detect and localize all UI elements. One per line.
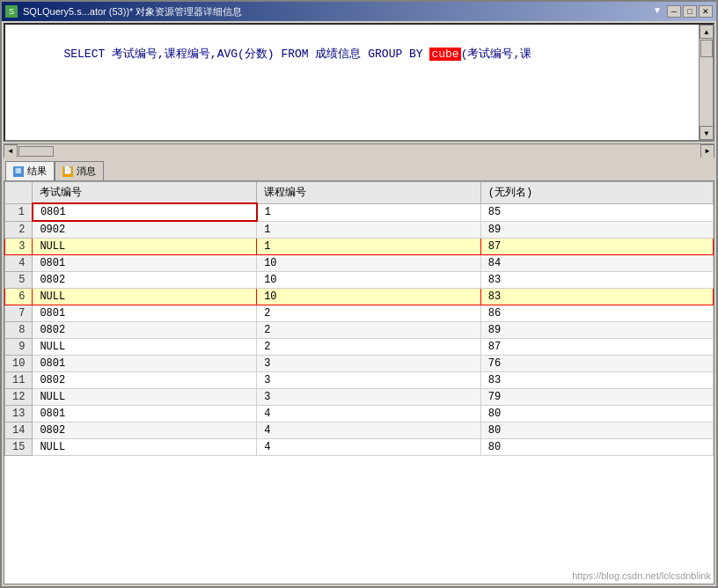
cell-rownum: 4 bbox=[5, 255, 33, 272]
scroll-left-btn[interactable]: ◄ bbox=[4, 144, 18, 158]
cell-exam-id: 0802 bbox=[33, 423, 257, 439]
scroll-track-h bbox=[18, 145, 700, 158]
app-icon: S bbox=[5, 5, 18, 18]
sql-cube-highlight: cube bbox=[429, 48, 460, 61]
cell-course-id: 1 bbox=[257, 203, 481, 221]
table-row: 130801480 bbox=[5, 406, 714, 423]
tab-results[interactable]: ▦ 结果 bbox=[5, 161, 55, 180]
title-bar-buttons: ▼ ─ □ ✕ bbox=[649, 5, 713, 18]
col-header-no-name: (无列名) bbox=[480, 182, 713, 204]
cell-avg-score: 89 bbox=[480, 322, 713, 339]
cell-course-id: 4 bbox=[257, 423, 481, 439]
cell-course-id: 10 bbox=[257, 272, 481, 289]
pin-button[interactable]: ▼ bbox=[649, 5, 665, 18]
table-scroll-area[interactable]: 考试编号 课程编号 (无列名) 10801185209021893NULL187… bbox=[4, 181, 714, 584]
title-bar-left: S SQLQuery5.s...ator (53))* 对象资源管理器详细信息 bbox=[5, 5, 242, 18]
main-window: S SQLQuery5.s...ator (53))* 对象资源管理器详细信息 … bbox=[0, 0, 718, 588]
cell-rownum: 10 bbox=[5, 356, 33, 372]
table-header-row: 考试编号 课程编号 (无列名) bbox=[5, 182, 714, 204]
editor-horizontal-scrollbar[interactable]: ◄ ► bbox=[4, 143, 714, 158]
sql-editor-content[interactable]: SELECT 考试编号,课程编号,AVG(分数) FROM 成绩信息 GROUP… bbox=[5, 25, 713, 84]
cell-rownum: 3 bbox=[5, 239, 33, 255]
cell-course-id: 2 bbox=[257, 339, 481, 356]
cell-course-id: 3 bbox=[257, 389, 481, 406]
sql-text-after: (考试编号,课 bbox=[461, 48, 532, 61]
cell-avg-score: 80 bbox=[480, 406, 713, 423]
close-button[interactable]: ✕ bbox=[699, 5, 713, 18]
tab-messages-label: 消息 bbox=[77, 165, 96, 178]
cell-avg-score: 83 bbox=[480, 289, 713, 305]
cell-avg-score: 87 bbox=[480, 339, 713, 356]
results-icon: ▦ bbox=[13, 166, 24, 177]
cell-avg-score: 85 bbox=[480, 203, 713, 221]
messages-icon: 📄 bbox=[62, 166, 73, 177]
scroll-down-btn[interactable]: ▼ bbox=[700, 126, 713, 140]
cell-rownum: 7 bbox=[5, 305, 33, 322]
cell-avg-score: 80 bbox=[480, 423, 713, 439]
cell-exam-id: NULL bbox=[33, 289, 257, 305]
cell-avg-score: 76 bbox=[480, 356, 713, 372]
cell-avg-score: 83 bbox=[480, 372, 713, 389]
cell-exam-id: 0802 bbox=[33, 372, 257, 389]
results-table-container: 考试编号 课程编号 (无列名) 10801185209021893NULL187… bbox=[4, 180, 714, 584]
scroll-track-v bbox=[700, 39, 713, 126]
cell-exam-id: NULL bbox=[33, 239, 257, 255]
col-header-course-id: 课程编号 bbox=[257, 182, 481, 204]
cell-rownum: 9 bbox=[5, 339, 33, 356]
tab-results-label: 结果 bbox=[27, 165, 47, 178]
cell-rownum: 12 bbox=[5, 389, 33, 406]
cell-exam-id: NULL bbox=[33, 389, 257, 406]
editor-vertical-scrollbar[interactable]: ▲ ▼ bbox=[699, 25, 713, 140]
scroll-up-btn[interactable]: ▲ bbox=[700, 25, 713, 39]
cell-rownum: 15 bbox=[5, 439, 33, 456]
table-row: 508021083 bbox=[5, 272, 714, 289]
scroll-right-btn[interactable]: ► bbox=[700, 144, 714, 158]
cell-course-id: 4 bbox=[257, 439, 481, 456]
cell-course-id: 1 bbox=[257, 221, 481, 239]
table-row: 110802383 bbox=[5, 372, 714, 389]
cell-exam-id: 0801 bbox=[33, 305, 257, 322]
cell-exam-id: 0802 bbox=[33, 272, 257, 289]
scroll-thumb-v[interactable] bbox=[700, 40, 713, 57]
table-row: 9NULL287 bbox=[5, 339, 714, 356]
cell-rownum: 11 bbox=[5, 372, 33, 389]
minimize-button[interactable]: ─ bbox=[667, 5, 681, 18]
table-row: 20902189 bbox=[5, 221, 714, 239]
cell-exam-id: 0801 bbox=[33, 406, 257, 423]
tab-messages[interactable]: 📄 消息 bbox=[55, 161, 104, 180]
cell-avg-score: 84 bbox=[480, 255, 713, 272]
title-bar: S SQLQuery5.s...ator (53))* 对象资源管理器详细信息 … bbox=[2, 2, 716, 21]
table-row: 12NULL379 bbox=[5, 389, 714, 406]
col-header-rownum bbox=[5, 182, 33, 204]
cell-avg-score: 86 bbox=[480, 305, 713, 322]
cell-rownum: 13 bbox=[5, 406, 33, 423]
table-row: 100801376 bbox=[5, 356, 714, 372]
cell-course-id: 3 bbox=[257, 372, 481, 389]
cell-exam-id: 0802 bbox=[33, 322, 257, 339]
table-row: 15NULL480 bbox=[5, 439, 714, 456]
cell-avg-score: 89 bbox=[480, 221, 713, 239]
cell-exam-id: 0801 bbox=[33, 356, 257, 372]
cell-rownum: 14 bbox=[5, 423, 33, 439]
cell-rownum: 2 bbox=[5, 221, 33, 239]
cell-exam-id: NULL bbox=[33, 339, 257, 356]
cell-course-id: 10 bbox=[257, 289, 481, 305]
cell-avg-score: 87 bbox=[480, 239, 713, 255]
scroll-thumb-h[interactable] bbox=[18, 146, 54, 157]
table-row: 80802289 bbox=[5, 322, 714, 339]
cell-avg-score: 79 bbox=[480, 389, 713, 406]
table-row: 70801286 bbox=[5, 305, 714, 322]
table-body: 10801185209021893NULL1874080110845080210… bbox=[5, 203, 714, 456]
cell-rownum: 8 bbox=[5, 322, 33, 339]
cell-exam-id: 0801 bbox=[33, 255, 257, 272]
cell-rownum: 6 bbox=[5, 289, 33, 305]
table-row: 10801185 bbox=[5, 203, 714, 221]
cell-rownum: 5 bbox=[5, 272, 33, 289]
cell-exam-id: 0801 bbox=[33, 203, 257, 221]
maximize-button[interactable]: □ bbox=[683, 5, 697, 18]
table-row: 3NULL187 bbox=[5, 239, 714, 255]
cell-course-id: 10 bbox=[257, 255, 481, 272]
result-tab-bar: ▦ 结果 📄 消息 bbox=[2, 158, 716, 180]
sql-text-before: SELECT 考试编号,课程编号,AVG(分数) FROM 成绩信息 GROUP… bbox=[63, 48, 429, 61]
cell-exam-id: NULL bbox=[33, 439, 257, 456]
